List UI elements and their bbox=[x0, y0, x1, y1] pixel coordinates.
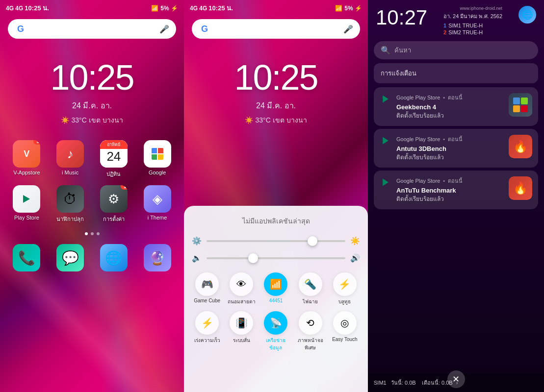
quick-btn-label-speed: เร่งความเร็ว bbox=[194, 337, 220, 344]
quick-btn-icon-vibrate: 📳 bbox=[230, 311, 253, 335]
weather-icon-2: ☀️ bbox=[245, 116, 253, 124]
app-icon-google bbox=[144, 140, 171, 168]
panel-notifications: 10:27 www.iphone-droid.net อา. 24 มีนาคม… bbox=[368, 0, 544, 392]
app-icon-browser: 🌐 bbox=[100, 244, 128, 271]
notif-thumb-antutu3d: 🔥 bbox=[509, 135, 532, 158]
quick-btn-label-screen-rotate: ภาพหน้าจอพิเศษ bbox=[295, 337, 326, 351]
close-notifications-button[interactable]: ✕ bbox=[447, 370, 465, 388]
app-icon-messages: 💬 bbox=[56, 244, 84, 271]
app-item-itheme[interactable]: ◈ i Theme bbox=[138, 185, 176, 223]
app-item-playstore[interactable]: Play Store bbox=[8, 185, 46, 223]
notif-date-sim: www.iphone-droid.net อา. 24 มีนาคม พ.ศ. … bbox=[443, 6, 502, 35]
clock-date-1: 24 มี.ค. อา. bbox=[0, 99, 184, 112]
quick-btn-eyecomfort[interactable]: 👁 ถนอมสายตา bbox=[226, 272, 257, 305]
notif-dot-1: • bbox=[443, 95, 445, 100]
notif-app-row-1: Google Play Store • ตอนนี้ bbox=[396, 93, 504, 102]
cal-header: อาทิตย์ bbox=[100, 140, 128, 149]
app-label-calendar: ปฏิทิน bbox=[106, 170, 121, 178]
quick-btn-label-vibrate: ระบบสั่น bbox=[233, 337, 250, 344]
notif-content-geekbench: Google Play Store • ตอนนี้ Geekbench 4 ต… bbox=[396, 93, 504, 120]
svg-marker-1 bbox=[383, 137, 389, 145]
notif-title-3: AnTuTu Benchmark bbox=[396, 187, 504, 194]
dot-2 bbox=[91, 232, 94, 235]
clock-weather-2: ☀️ 33°C เขต บางนา bbox=[184, 115, 368, 125]
no-recent-text: ไม่มีแอปพลิเคชันล่าสุด bbox=[192, 216, 360, 226]
svg-marker-0 bbox=[383, 96, 389, 103]
panel-quick-settings: 4G 4G 10:25 น. 📶 5% ⚡ G 🎤 10:25 24 มี.ค.… bbox=[184, 0, 368, 392]
svg-marker-2 bbox=[383, 179, 389, 186]
badge-settings: 1 bbox=[121, 185, 128, 190]
app-item-calendar[interactable]: อาทิตย์ 24 ปฏิทิน bbox=[95, 140, 133, 178]
gear-icon: ⚙ bbox=[108, 192, 119, 207]
notif-header: 10:27 www.iphone-droid.net อา. 24 มีนาคม… bbox=[368, 0, 544, 39]
notif-thumb-geek bbox=[509, 93, 532, 117]
dock-camera[interactable]: 🔮 bbox=[138, 244, 176, 271]
search-bar-2[interactable]: G 🎤 bbox=[192, 19, 360, 39]
notif-search[interactable]: 🔍 ค้นหา bbox=[374, 41, 538, 59]
quick-btn-vibrate[interactable]: 📳 ระบบสั่น bbox=[226, 311, 257, 351]
status-right-1: 📶 5% ⚡ bbox=[151, 5, 178, 12]
quick-btn-wifi[interactable]: 📶 44451 bbox=[260, 272, 291, 305]
quick-btn-network[interactable]: 📡 เครือข่ายข้อมูล bbox=[260, 311, 291, 351]
carrier-label-1: 4G 4G bbox=[6, 5, 23, 12]
status-right-2: 📶 5% ⚡ bbox=[335, 5, 362, 12]
panel-homescreen: 4G 4G 10:25 น. 📶 5% ⚡ G 🎤 10:25 24 มี.ค.… bbox=[0, 0, 184, 392]
quick-btn-label-easy-touch: Easy Touch bbox=[332, 337, 358, 342]
volume-thumb[interactable] bbox=[248, 253, 258, 263]
quick-btn-gamecube[interactable]: 🎮 Game Cube bbox=[192, 272, 222, 305]
brightness-row: ⚙️ ☀️ bbox=[192, 236, 360, 245]
notif-time-label-3: ตอนนี้ bbox=[448, 176, 463, 185]
app-icon-phone: 📞 bbox=[13, 244, 40, 271]
volume-low-icon: 🔈 bbox=[192, 253, 202, 263]
notif-time-label-1: ตอนนี้ bbox=[448, 93, 463, 102]
app-item-vapp[interactable]: V 5 V-Appstore bbox=[8, 140, 46, 178]
dock-messages[interactable]: 💬 bbox=[52, 244, 89, 271]
app-item-stopwatch[interactable]: ⏱ นาฬิกาปลุก bbox=[52, 185, 89, 223]
mic-icon-2[interactable]: 🎤 bbox=[343, 24, 353, 34]
today-data: วันนี้: 0.0B bbox=[391, 380, 416, 386]
quick-btn-easy-touch[interactable]: ◎ Easy Touch bbox=[330, 311, 360, 351]
notif-card-geekbench[interactable]: Google Play Store • ตอนนี้ Geekbench 4 ต… bbox=[374, 87, 538, 126]
mic-icon-1[interactable]: 🎤 bbox=[159, 24, 169, 34]
dock-phone[interactable]: 📞 bbox=[8, 244, 46, 271]
dock-browser[interactable]: 🌐 bbox=[95, 244, 133, 271]
notif-card-antutu[interactable]: Google Play Store • ตอนนี้ AnTuTu Benchm… bbox=[374, 171, 538, 209]
quick-btn-label-eyecomfort: ถนอมสายตา bbox=[228, 298, 256, 305]
search-bar-1[interactable]: G 🎤 bbox=[8, 19, 176, 39]
quick-btn-label-flashlight: ไฟฉาย bbox=[303, 298, 318, 305]
app-item-settings[interactable]: ⚙ 1 การตั้งค่า bbox=[95, 185, 133, 223]
google-logo-1: G bbox=[15, 23, 26, 35]
play-store-icon-3 bbox=[380, 176, 391, 188]
quick-btn-icon-wifi: 📶 bbox=[264, 272, 287, 296]
quick-btn-icon-eyecomfort: 👁 bbox=[230, 272, 253, 296]
search-icon: 🔍 bbox=[381, 46, 390, 55]
battery-label-1: 5% ⚡ bbox=[160, 5, 178, 12]
notif-dot-3: • bbox=[443, 178, 445, 184]
quick-btn-screen-rotate[interactable]: ⟲ ภาพหน้าจอพิเศษ bbox=[295, 311, 326, 351]
clock-widget-1: 10:25 24 มี.ค. อา. ☀️ 33°C เขต บางนา bbox=[0, 43, 184, 130]
notif-dot-2: • bbox=[443, 136, 445, 142]
notif-card-antutu3d[interactable]: Google Play Store • ตอนนี้ Antutu 3DBenc… bbox=[374, 129, 538, 168]
app-icon-camera: 🔮 bbox=[144, 244, 171, 271]
sim1-label: SIM1 TRUE-H bbox=[448, 23, 483, 28]
globe-icon[interactable]: 🌐 bbox=[518, 6, 536, 24]
weather-icon-1: ☀️ bbox=[61, 116, 69, 124]
quick-btn-icon-easy-touch: ◎ bbox=[333, 311, 357, 335]
brightness-thumb[interactable] bbox=[308, 236, 317, 246]
carrier-label-2: 4G 4G bbox=[190, 5, 207, 12]
quick-btn-label-wifi: 44451 bbox=[269, 298, 283, 303]
panel3-bottom: SIM1 วันนี้: 0.0B เดือนนี้: 0.0B › ✕ bbox=[368, 373, 544, 392]
status-left-2: 4G 4G 10:25 น. bbox=[190, 3, 233, 13]
google-logo-2: G bbox=[199, 23, 210, 35]
app-item-google[interactable]: Google bbox=[138, 140, 176, 178]
app-label-google: Google bbox=[149, 170, 166, 175]
weather-text-2: 33°C เขต บางนา bbox=[255, 115, 307, 125]
dot-3 bbox=[97, 232, 100, 235]
app-item-imusic[interactable]: ♪ i Music bbox=[52, 140, 89, 178]
brightness-slider[interactable] bbox=[207, 240, 345, 242]
notif-title-2: Antutu 3DBench bbox=[396, 145, 504, 152]
quick-btn-flashlight[interactable]: 🔦 ไฟฉาย bbox=[295, 272, 326, 305]
quick-btn-bluetooth[interactable]: ⚡ บลูทูธ bbox=[330, 272, 360, 305]
quick-btn-speed[interactable]: ⚡ เร่งความเร็ว bbox=[192, 311, 222, 351]
volume-slider[interactable] bbox=[207, 257, 345, 259]
